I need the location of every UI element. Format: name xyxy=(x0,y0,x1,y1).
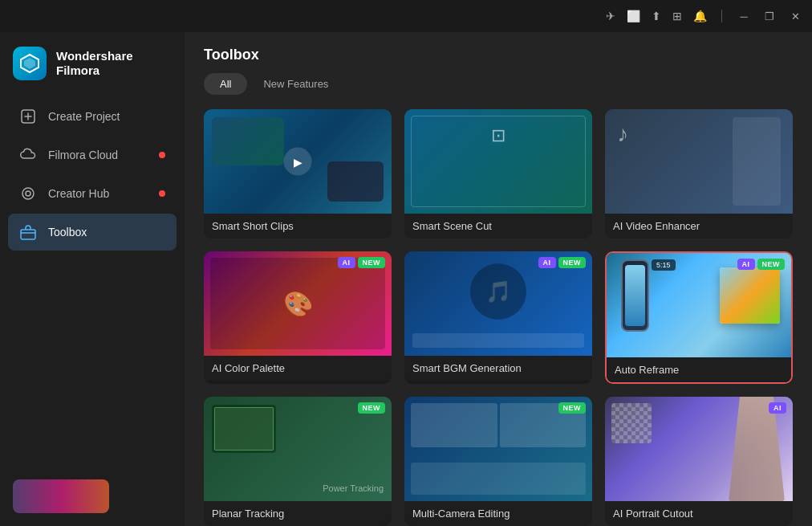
badge-new-reframe: NEW xyxy=(757,259,786,270)
label-ai-portrait-cutout: AI Portrait Cutout xyxy=(605,501,793,526)
badge-ai-bgm: AI xyxy=(538,257,556,268)
label-auto-reframe: Auto Reframe xyxy=(607,357,791,382)
send-icon[interactable]: ✈ xyxy=(606,10,615,22)
grid-icon[interactable]: ⊞ xyxy=(672,10,682,22)
tool-grid-container[interactable]: ▶ Smart Short Clips ⊡ xyxy=(185,106,812,526)
badge-new: NEW xyxy=(358,257,386,268)
badges-planar-tracking: NEW xyxy=(358,402,386,414)
svg-rect-7 xyxy=(21,230,35,239)
sidebar-item-toolbox[interactable]: Toolbox xyxy=(8,214,177,251)
divider xyxy=(721,10,722,22)
sidebar-item-creator-hub[interactable]: Creator Hub xyxy=(8,175,177,212)
badges-ai-portrait-cutout: AI xyxy=(769,402,786,414)
sidebar-label-create-project: Create Project xyxy=(48,110,120,123)
toolbox-icon xyxy=(19,223,37,241)
sidebar-item-create-project[interactable]: Create Project xyxy=(8,98,177,135)
minimize-button[interactable]: ─ xyxy=(737,9,751,23)
filmora-cloud-badge xyxy=(159,152,165,158)
sidebar-label-creator-hub: Creator Hub xyxy=(48,187,109,200)
filmora-cloud-icon xyxy=(19,146,37,164)
tool-grid: ▶ Smart Short Clips ⊡ xyxy=(204,109,793,526)
badge-ai: AI xyxy=(338,257,355,268)
page-title: Toolbox xyxy=(204,47,793,63)
label-ai-color-palette: AI Color Palette xyxy=(204,356,392,381)
tool-card-planar-tracking[interactable]: Power Tracking NEW Planar Tracking xyxy=(204,397,392,526)
badge-new-bgm: NEW xyxy=(558,257,587,268)
label-planar-tracking: Planar Tracking xyxy=(204,501,392,526)
create-project-icon xyxy=(19,108,37,125)
badge-ai-reframe: AI xyxy=(737,259,755,270)
tool-card-auto-reframe[interactable]: 5:15 AI NEW Auto Reframe xyxy=(605,251,793,384)
creator-hub-icon xyxy=(19,185,37,202)
tool-card-smart-short-clips[interactable]: ▶ Smart Short Clips xyxy=(204,109,392,239)
label-smart-short-clips: Smart Short Clips xyxy=(204,214,392,239)
upload-icon[interactable]: ⬆ xyxy=(652,10,661,22)
tool-card-ai-portrait-cutout[interactable]: AI AI Portrait Cutout xyxy=(605,397,793,526)
tab-new-features[interactable]: New Features xyxy=(247,73,344,95)
tool-card-ai-color-palette[interactable]: 🎨 AI NEW AI Color Palette xyxy=(204,251,392,384)
tab-all[interactable]: All xyxy=(204,73,247,95)
badge-new-multicam: NEW xyxy=(558,402,587,414)
sidebar-label-filmora-cloud: Filmora Cloud xyxy=(48,149,118,161)
maximize-button[interactable]: ❐ xyxy=(762,9,777,23)
sidebar-label-toolbox: Toolbox xyxy=(48,226,87,239)
thumb-smart-short-clips: ▶ xyxy=(204,109,392,214)
label-multi-camera-editing: Multi-Camera Editing xyxy=(404,501,592,526)
logo-icon xyxy=(13,47,47,80)
tool-card-smart-bgm-generation[interactable]: 🎵 AI NEW Smart BGM Generation xyxy=(404,251,592,384)
tool-card-ai-video-enhancer[interactable]: ♪ AI Video Enhancer xyxy=(605,109,793,239)
badges-multi-camera: NEW xyxy=(558,402,587,414)
tool-card-smart-scene-cut[interactable]: ⊡ Smart Scene Cut xyxy=(404,109,592,239)
app-logo: Wondershare Filmora xyxy=(0,32,185,98)
user-avatar[interactable] xyxy=(13,479,109,513)
svg-marker-1 xyxy=(24,58,35,69)
badges-auto-reframe: AI NEW xyxy=(737,259,786,270)
main-layout: Wondershare Filmora Create Project xyxy=(0,32,812,526)
badges-smart-bgm: AI NEW xyxy=(538,257,587,268)
bell-icon[interactable]: 🔔 xyxy=(693,10,707,22)
tool-card-multi-camera-editing[interactable]: NEW Multi-Camera Editing xyxy=(404,397,592,526)
sidebar-nav: Create Project Filmora Cloud xyxy=(0,98,185,467)
label-smart-scene-cut: Smart Scene Cut xyxy=(404,214,592,239)
title-bar: ✈ ⬜ ⬆ ⊞ 🔔 ─ ❐ ✕ xyxy=(0,0,812,32)
thumb-smart-scene-cut: ⊡ xyxy=(404,109,592,214)
thumb-ai-video-enhancer: ♪ xyxy=(605,109,793,214)
title-bar-icons: ✈ ⬜ ⬆ ⊞ 🔔 ─ ❐ ✕ xyxy=(606,9,802,23)
tabs: All New Features xyxy=(204,73,793,95)
content-header: Toolbox All New Features xyxy=(185,32,812,106)
sidebar-item-filmora-cloud[interactable]: Filmora Cloud xyxy=(8,137,177,173)
close-button[interactable]: ✕ xyxy=(788,9,802,23)
badge-new-planar: NEW xyxy=(358,402,386,414)
sidebar-footer xyxy=(0,467,185,526)
badges-ai-color-palette: AI NEW xyxy=(338,257,386,268)
content-area: Toolbox All New Features xyxy=(185,32,812,526)
app-name: Wondershare Filmora xyxy=(56,49,133,78)
svg-point-6 xyxy=(26,191,30,196)
monitor-icon[interactable]: ⬜ xyxy=(627,10,640,22)
label-ai-video-enhancer: AI Video Enhancer xyxy=(605,214,793,239)
thumb-ai-portrait-cutout xyxy=(605,397,793,501)
label-smart-bgm-generation: Smart BGM Generation xyxy=(404,356,592,381)
creator-hub-badge xyxy=(159,190,165,197)
sidebar: Wondershare Filmora Create Project xyxy=(0,32,185,526)
badge-ai-portrait: AI xyxy=(769,402,786,414)
svg-point-5 xyxy=(22,188,34,199)
